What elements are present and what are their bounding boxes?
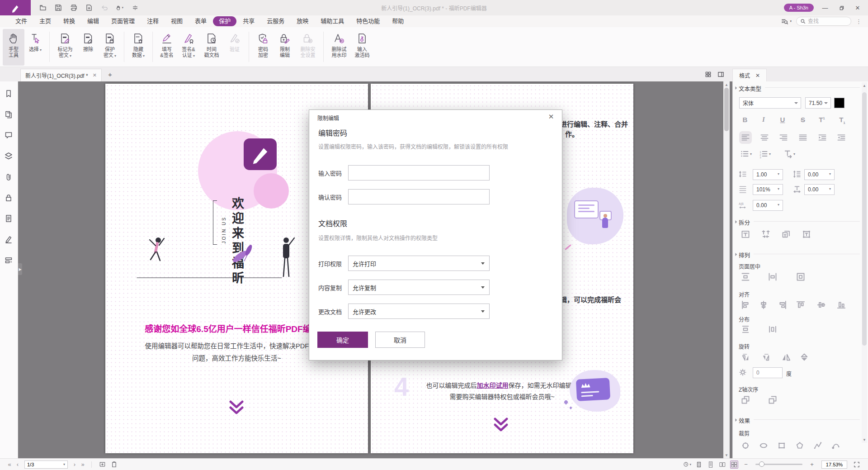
print-icon[interactable] [70,4,77,12]
cancel-button[interactable]: 取消 [375,332,425,348]
app-logo[interactable] [0,0,31,15]
arrange-collapse-triangle[interactable] [734,253,737,256]
zoom-level-input[interactable] [824,462,845,467]
crop-circle-button[interactable] [741,441,750,450]
crop-ellipse-button[interactable] [759,441,768,450]
font-size-select[interactable]: 71.50 [805,97,831,109]
tool-sign-certify[interactable]: 签名& 认证 [178,29,199,66]
previous-page-button[interactable]: ‹ [14,461,22,468]
menu-item-protect[interactable]: 保护 [213,16,236,26]
crop-curve-button[interactable] [831,441,840,450]
open-file-icon[interactable] [39,4,47,12]
superscript-button[interactable]: T1 [816,116,828,123]
panel-scrollbar-thumb[interactable] [862,92,867,346]
panel-expander-handle[interactable]: ▶ [18,263,22,275]
menu-item-accessibility[interactable]: 辅助工具 [321,17,344,26]
tool-activation-code[interactable]: 输入 激活码 [351,29,373,66]
tool-restrict-edit[interactable]: 限制 编辑 [274,29,296,66]
signature-pen-icon[interactable] [5,235,13,244]
tool-remove-watermark[interactable]: 删除试 用水印 [327,29,351,66]
clipboard-icon[interactable] [110,461,118,469]
ok-button[interactable]: 确定 [317,332,368,348]
crop-polyline-button[interactable] [813,441,822,450]
fullscreen-icon[interactable] [853,461,861,469]
split-collapse-triangle[interactable] [734,220,737,223]
font-color-swatch[interactable] [834,98,844,108]
indent-decrease-button[interactable] [837,133,846,142]
menu-item-features[interactable]: 特色功能 [356,17,380,26]
text-direction-button[interactable] [783,149,793,158]
align-objects-left-button[interactable] [741,300,750,309]
last-page-button[interactable]: » [79,461,87,468]
tool-fill-sign[interactable]: 填写 &签名 [156,29,178,66]
articles-icon[interactable] [5,214,13,223]
h-offset-arrow[interactable]: ▾ [829,187,831,191]
menu-item-help[interactable]: 帮助 [392,17,404,26]
align-objects-vcenter-button[interactable] [817,300,826,309]
zoom-out-icon[interactable]: − [742,461,750,469]
menu-item-form[interactable]: 表单 [195,17,207,26]
page-dropdown-arrow[interactable]: ▾ [63,462,65,466]
restore-button[interactable] [836,3,846,13]
watermark-trial-link[interactable]: 加水印试用 [477,382,509,389]
textbox-nodes-button[interactable] [802,230,811,239]
menu-item-file[interactable]: 文件 [15,17,27,26]
document-tab[interactable]: 新人引导(1)_OCR(3).pdf * ✕ [20,69,102,81]
rotate-right-button[interactable] [761,353,770,362]
bold-button[interactable]: B [739,116,751,123]
confirm-password-input[interactable] [348,189,490,204]
snapshot-icon[interactable] [98,461,106,469]
close-button[interactable]: ✕ [853,3,863,13]
hand-mode-icon[interactable]: ▾ [116,4,123,12]
panel-scroll-down-arrow[interactable]: ▼ [862,437,867,443]
tool-remove-security[interactable]: 删除安 全设置 [296,29,320,66]
first-page-button[interactable]: « [5,461,14,468]
bullet-list-arrow[interactable]: ▾ [750,152,752,156]
line-spacing-arrow[interactable]: ▾ [778,172,779,176]
text-direction-arrow[interactable]: ▾ [793,152,795,156]
panel-scroll-up-arrow[interactable]: ▲ [862,82,867,89]
panel-close-icon[interactable]: ✕ [755,72,760,79]
zoom-slider[interactable] [755,464,802,465]
distribute-horizontal-button[interactable] [768,325,777,334]
print-permission-select[interactable]: 允许打印 [348,256,490,271]
menu-item-home[interactable]: 主页 [39,17,51,26]
numbered-list-button[interactable]: 123 [759,149,768,158]
page-indicator-input[interactable] [27,462,54,467]
italic-button[interactable]: I [757,116,770,123]
crop-rectangle-button[interactable] [777,441,786,450]
indent-increase-button[interactable] [818,133,827,142]
tool-hand[interactable]: 手型 工具 [3,29,24,66]
two-page-view-icon[interactable] [718,461,726,469]
menu-item-present[interactable]: 放映 [297,17,308,26]
crop-polygon-button[interactable] [795,441,804,450]
scrollbar-thumb[interactable] [724,88,729,131]
center-horizontal-button[interactable] [768,272,777,281]
bullet-list-button[interactable] [740,149,749,158]
minimize-button[interactable]: — [820,3,830,13]
distribute-vertical-button[interactable] [741,325,750,334]
menu-item-edit[interactable]: 编辑 [87,17,99,26]
align-objects-top-button[interactable] [796,300,805,309]
underline-button[interactable]: U [776,116,789,123]
layers-icon[interactable] [5,152,13,161]
panel-layout-icon[interactable] [717,71,724,78]
tool-hide-data[interactable]: 隐藏 数据 [127,29,149,66]
new-document-icon[interactable] [85,4,93,12]
search-input[interactable] [808,18,844,24]
menu-item-share[interactable]: 共享 [243,17,255,26]
bookmarks-icon[interactable] [5,90,13,98]
reading-mode-clock-icon[interactable]: ▾ [683,461,691,469]
link-textbox-button[interactable] [782,230,791,239]
form-fields-icon[interactable] [5,256,13,265]
zoom-in-icon[interactable]: + [808,461,816,469]
format-panel-tab[interactable]: 格式 ✕ [732,69,767,81]
page-thumbnails-icon[interactable] [5,110,13,119]
menu-item-comment[interactable]: 注释 [147,17,159,26]
scroll-down-arrow[interactable]: ▼ [723,452,730,458]
collapse-triangle-icon[interactable] [734,86,737,90]
customize-toolbar-icon[interactable] [131,4,139,12]
numbered-list-arrow[interactable]: ▾ [769,152,771,156]
advanced-search-icon[interactable]: ▾ [781,18,792,25]
paragraph-spacing-arrow[interactable]: ▾ [829,172,831,176]
